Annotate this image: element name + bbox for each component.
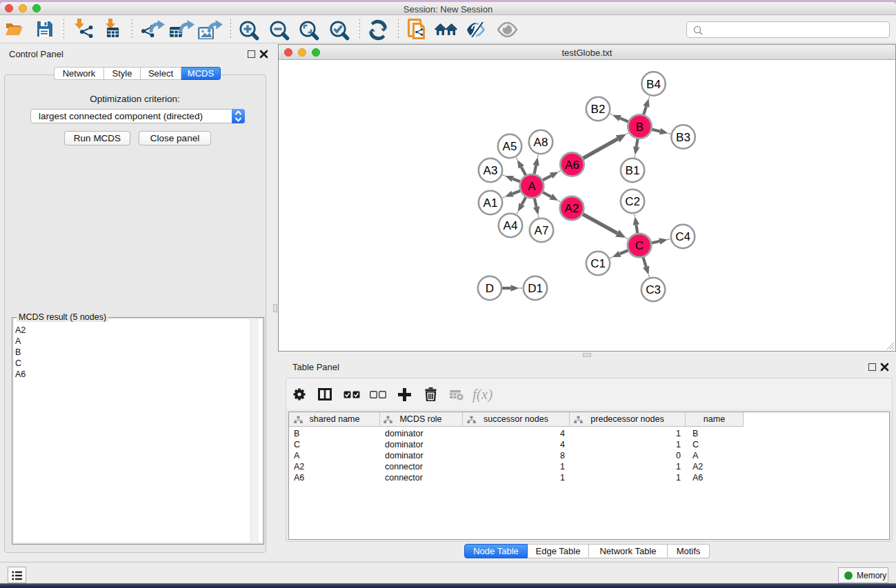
svg-text:A5: A5 (503, 140, 517, 153)
svg-text:A: A (528, 180, 536, 193)
svg-text:A2: A2 (565, 202, 579, 215)
svg-text:D1: D1 (528, 282, 543, 295)
svg-text:C2: C2 (625, 195, 640, 208)
svg-text:A3: A3 (484, 164, 498, 177)
svg-text:A4: A4 (504, 219, 518, 232)
svg-text:C: C (635, 239, 644, 252)
svg-text:B1: B1 (626, 164, 640, 177)
svg-text:A1: A1 (484, 196, 498, 210)
svg-text:B2: B2 (591, 103, 606, 116)
svg-text:B3: B3 (676, 131, 690, 144)
svg-text:A7: A7 (535, 224, 549, 237)
svg-text:A8: A8 (534, 136, 548, 149)
svg-text:A6: A6 (565, 159, 579, 172)
svg-text:B: B (636, 121, 644, 134)
svg-text:C3: C3 (646, 283, 661, 296)
svg-text:C4: C4 (675, 230, 690, 243)
svg-text:C1: C1 (590, 257, 606, 270)
svg-text:D: D (486, 282, 494, 295)
svg-text:B4: B4 (646, 78, 661, 91)
